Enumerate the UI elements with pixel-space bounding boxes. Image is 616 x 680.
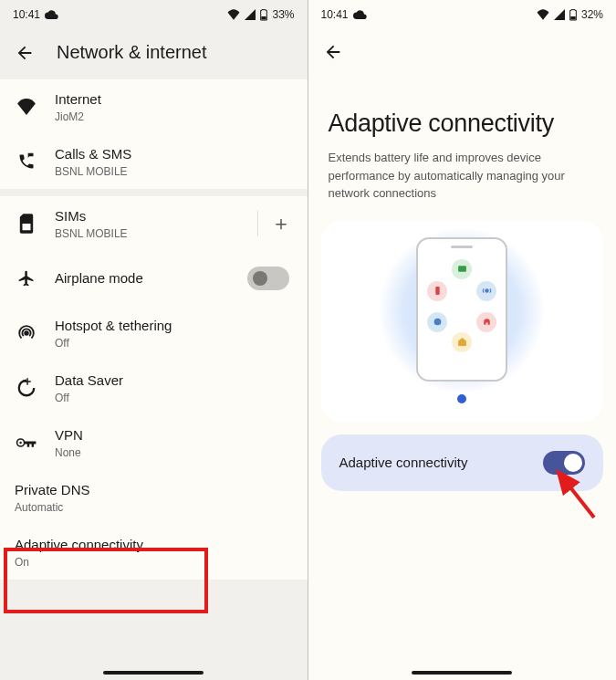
status-battery: 32% (581, 8, 603, 21)
item-hotspot[interactable]: Hotspot & tetheringOff (0, 306, 308, 361)
status-time: 10:41 (13, 8, 40, 21)
svg-point-9 (485, 288, 488, 292)
battery-icon (569, 8, 577, 21)
nav-bar[interactable] (412, 671, 512, 675)
svg-rect-0 (262, 16, 266, 19)
item-sub: On (15, 556, 293, 569)
illus-dot-icon (427, 281, 447, 301)
add-sim-button[interactable]: ＋ (257, 211, 291, 236)
wifi-icon (537, 9, 549, 20)
item-title: Calls & SMS (55, 145, 293, 163)
item-sub: JioM2 (55, 110, 293, 123)
page-header: Network & internet (0, 29, 308, 79)
item-title: Internet (55, 90, 293, 109)
svg-point-5 (19, 442, 21, 444)
vpn-key-icon (16, 436, 37, 449)
wifi-icon (227, 9, 240, 20)
phone-msg-icon (17, 152, 36, 171)
svg-rect-6 (570, 16, 575, 19)
page-description: Extends battery life and improves device… (308, 149, 617, 217)
airplane-icon (17, 269, 36, 288)
illus-dot-icon (476, 281, 496, 301)
item-title: Hotspot & tethering (55, 317, 293, 335)
svg-line-11 (560, 475, 594, 518)
signal-icon (245, 9, 256, 20)
item-title: VPN (55, 426, 293, 445)
signal-icon (554, 9, 565, 20)
item-sub: BSNL MOBILE (55, 165, 293, 178)
nav-bar[interactable] (103, 671, 204, 675)
sim-icon (18, 214, 35, 234)
item-sims[interactable]: SIMsBSNL MOBILE ＋ (0, 196, 308, 251)
svg-rect-7 (458, 266, 466, 272)
item-title: Data Saver (55, 371, 293, 390)
item-sub: None (55, 446, 293, 459)
wifi-icon (16, 99, 37, 115)
svg-rect-2 (27, 225, 29, 229)
status-battery: 33% (272, 8, 294, 21)
item-sub: Off (55, 392, 293, 404)
svg-point-3 (24, 330, 29, 336)
item-sub: Automatic (15, 501, 293, 514)
airplane-toggle[interactable] (247, 267, 289, 290)
cloud-icon (45, 10, 58, 19)
back-icon[interactable] (323, 42, 343, 62)
status-bar: 10:41 32% (308, 0, 617, 29)
illus-dot-icon (452, 332, 472, 352)
illus-dot-icon (476, 312, 496, 332)
page-title: Network & internet (57, 42, 207, 63)
item-datasaver[interactable]: Data SaverOff (0, 361, 308, 415)
item-sub: Off (55, 337, 293, 350)
svg-point-10 (433, 319, 441, 326)
page-indicator (457, 394, 466, 403)
illus-dot-icon (427, 312, 447, 332)
item-title: Private DNS (15, 481, 293, 499)
item-vpn[interactable]: VPNNone (0, 415, 308, 470)
illus-dot-icon (452, 259, 472, 279)
toggle-label: Adaptive connectivity (339, 455, 468, 470)
item-internet[interactable]: InternetJioM2 (0, 79, 308, 134)
illustration-card (321, 221, 604, 422)
item-airplane[interactable]: Airplane mode (0, 251, 308, 306)
item-dns[interactable]: Private DNSAutomatic (0, 470, 308, 525)
status-time: 10:41 (321, 8, 349, 21)
hotspot-icon (16, 323, 37, 343)
svg-rect-8 (435, 287, 439, 295)
item-adaptive[interactable]: Adaptive connectivityOn (0, 525, 308, 580)
datasaver-icon (16, 378, 37, 398)
item-title: Adaptive connectivity (15, 536, 293, 554)
arrow-annotation (548, 467, 599, 522)
item-calls[interactable]: Calls & SMSBSNL MOBILE (0, 134, 308, 189)
back-icon[interactable] (15, 43, 35, 63)
svg-rect-1 (24, 225, 26, 229)
page-title: Adaptive connectivity (308, 78, 617, 149)
status-bar: 10:41 33% (0, 0, 308, 29)
item-title: Airplane mode (55, 269, 231, 288)
cloud-icon (353, 10, 367, 19)
battery-icon (260, 8, 267, 21)
